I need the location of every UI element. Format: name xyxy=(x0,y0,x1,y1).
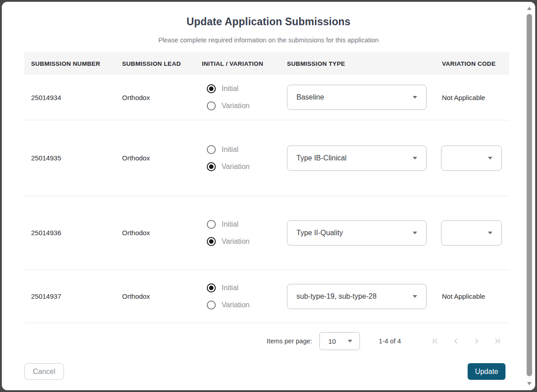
radio-variation-label[interactable]: Variation xyxy=(222,237,250,246)
submission-lead-cell: Orthodox xyxy=(115,94,195,101)
radio-variation[interactable]: Variation xyxy=(207,101,280,110)
chevron-right-icon xyxy=(472,337,481,346)
submission-number-cell: 25014934 xyxy=(24,94,115,101)
submission-type-select[interactable]: Baseline xyxy=(287,85,427,110)
submission-type-select[interactable]: Type II-Quality xyxy=(287,220,427,246)
radio-button-icon[interactable] xyxy=(207,162,216,171)
radio-variation[interactable]: Variation xyxy=(207,301,280,310)
variation-code-cell xyxy=(435,146,509,171)
dialog-subtitle: Please complete required information on … xyxy=(2,36,535,44)
radio-initial[interactable]: Initial xyxy=(207,283,280,292)
next-page-button[interactable] xyxy=(471,336,482,346)
scroll-up-icon[interactable] xyxy=(527,7,532,10)
initial-variation-radiogroup: Initial Variation xyxy=(195,84,280,110)
items-per-page-select[interactable]: 10 xyxy=(319,332,360,350)
variation-code-text: Not Applicable xyxy=(435,292,509,300)
submission-number-cell: 25014937 xyxy=(24,292,115,300)
update-button[interactable]: Update xyxy=(468,363,505,380)
radio-initial[interactable]: Initial xyxy=(207,145,280,154)
chevron-down-icon xyxy=(413,295,417,298)
submission-type-value: Baseline xyxy=(296,93,324,101)
radio-button-icon[interactable] xyxy=(207,283,216,292)
table-row: 25014937 Orthodox Initial Variation sub-… xyxy=(24,270,509,323)
variation-code-text: Not Applicable xyxy=(435,94,509,101)
cancel-button[interactable]: Cancel xyxy=(24,363,64,380)
submission-lead-cell: Orthodox xyxy=(115,292,195,300)
submission-type-cell: Type II-Quality xyxy=(280,220,435,246)
submission-type-cell: Type IB-Clinical xyxy=(280,146,435,171)
radio-initial-label[interactable]: Initial xyxy=(222,220,238,228)
table-row: 25014935 Orthodox Initial Variation Type… xyxy=(24,120,509,196)
table-row: 25014934 Orthodox Initial Variation Base… xyxy=(24,75,509,120)
radio-button-icon[interactable] xyxy=(207,145,216,154)
radio-variation[interactable]: Variation xyxy=(207,237,280,246)
header-submission-lead: SUBMISSION LEAD xyxy=(115,60,195,67)
radio-button-icon[interactable] xyxy=(207,101,216,110)
radio-variation-label[interactable]: Variation xyxy=(222,102,250,110)
submission-lead-cell: Orthodox xyxy=(115,154,195,162)
radio-initial[interactable]: Initial xyxy=(207,84,280,93)
table-header-row: SUBMISSION NUMBER SUBMISSION LEAD INITIA… xyxy=(24,52,509,75)
header-submission-type: SUBMISSION TYPE xyxy=(280,60,435,67)
radio-initial-label[interactable]: Initial xyxy=(222,284,238,292)
submission-type-select[interactable]: sub-type-19, sub-type-28 xyxy=(287,284,427,309)
radio-button-icon[interactable] xyxy=(207,301,216,310)
chevron-down-icon xyxy=(413,157,417,160)
chevron-down-icon xyxy=(413,232,417,234)
paginator-nav xyxy=(430,336,503,346)
variation-code-cell xyxy=(435,220,509,246)
radio-button-icon[interactable] xyxy=(207,237,216,246)
chevron-down-icon xyxy=(488,232,492,234)
initial-variation-radiogroup: Initial Variation xyxy=(195,145,280,171)
radio-variation[interactable]: Variation xyxy=(207,162,280,171)
submission-number-cell: 25014936 xyxy=(24,229,115,237)
radio-variation-label[interactable]: Variation xyxy=(222,163,250,171)
submission-lead-cell: Orthodox xyxy=(115,229,195,237)
header-submission-number: SUBMISSION NUMBER xyxy=(24,60,115,67)
initial-variation-radiogroup: Initial Variation xyxy=(195,283,280,310)
variation-code-select[interactable] xyxy=(441,220,502,246)
vertical-scrollbar[interactable] xyxy=(525,4,533,388)
first-page-button[interactable] xyxy=(430,336,441,346)
initial-variation-radiogroup: Initial Variation xyxy=(195,220,280,246)
last-page-icon xyxy=(493,337,502,346)
chevron-down-icon xyxy=(488,157,492,160)
radio-button-icon[interactable] xyxy=(207,84,216,93)
header-initial-variation: INITIAL / VARIATION xyxy=(195,60,280,67)
dialog-title: Update Application Submissions xyxy=(2,16,535,28)
submissions-table: SUBMISSION NUMBER SUBMISSION LEAD INITIA… xyxy=(24,52,509,323)
table-row: 25014936 Orthodox Initial Variation Type… xyxy=(24,196,509,270)
chevron-down-icon xyxy=(348,340,352,342)
paginator: Items per page: 10 1-4 of 4 xyxy=(24,324,509,359)
chevron-down-icon xyxy=(413,96,417,99)
items-per-page-label: Items per page: xyxy=(267,337,312,345)
submission-type-value: sub-type-19, sub-type-28 xyxy=(296,292,377,301)
submission-type-value: Type II-Quality xyxy=(296,229,343,237)
radio-variation-label[interactable]: Variation xyxy=(222,301,250,309)
variation-code-select[interactable] xyxy=(441,146,502,171)
previous-page-button[interactable] xyxy=(451,336,461,346)
submission-type-cell: Baseline xyxy=(280,85,435,110)
update-submissions-dialog: Update Application Submissions Please co… xyxy=(2,2,535,390)
radio-initial[interactable]: Initial xyxy=(207,220,280,229)
submission-type-select[interactable]: Type IB-Clinical xyxy=(287,146,427,171)
submission-type-value: Type IB-Clinical xyxy=(296,154,346,162)
items-per-page-value: 10 xyxy=(328,337,336,345)
page-range-label: 1-4 of 4 xyxy=(379,337,401,345)
scrollbar-thumb[interactable] xyxy=(527,14,532,376)
chevron-left-icon xyxy=(451,337,460,346)
last-page-button[interactable] xyxy=(492,336,503,346)
header-variation-code: VARIATION CODE xyxy=(435,60,509,67)
submission-number-cell: 25014935 xyxy=(24,154,115,162)
radio-initial-label[interactable]: Initial xyxy=(222,85,238,93)
scroll-down-icon[interactable] xyxy=(527,382,532,385)
first-page-icon xyxy=(431,337,440,346)
submission-type-cell: sub-type-19, sub-type-28 xyxy=(280,284,435,309)
radio-initial-label[interactable]: Initial xyxy=(222,146,238,154)
radio-button-icon[interactable] xyxy=(207,220,216,229)
